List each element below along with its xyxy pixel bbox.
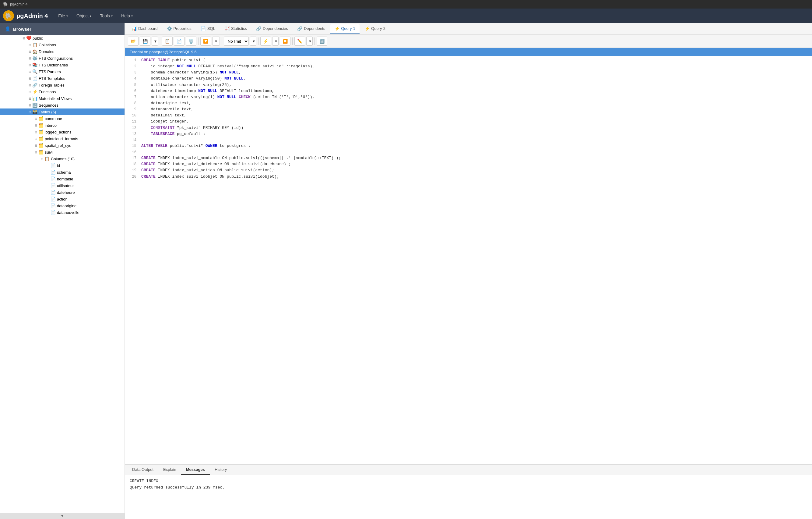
save-dropdown-btn[interactable]: ▾: [152, 36, 158, 46]
toggle-icon[interactable]: ⊞: [27, 70, 32, 74]
code-content-17[interactable]: CREATE INDEX index_suivi_nomtable ON pub…: [141, 155, 810, 161]
bottom-tab-messages[interactable]: Messages: [181, 465, 210, 475]
tab-properties[interactable]: ⚙️ Properties: [163, 24, 196, 33]
open-file-btn[interactable]: 📂: [128, 36, 139, 46]
code-content-7[interactable]: action character varying(1) NOT NULL CHE…: [141, 94, 810, 100]
download-btn[interactable]: ⬇️: [317, 36, 327, 46]
paste-btn[interactable]: 📄: [174, 36, 184, 46]
code-editor[interactable]: 1 CREATE TABLE public.suivi ( 2 id integ…: [125, 56, 812, 464]
code-content-10[interactable]: detailmaj text,: [141, 112, 810, 118]
tab-dashboard[interactable]: 📊 Dashboard: [127, 24, 162, 33]
code-content-15[interactable]: ALTER TABLE public."suivi" OWNER to post…: [141, 143, 810, 149]
toggle-icon[interactable]: ⊞: [21, 36, 26, 40]
filter-options-btn[interactable]: ▾: [212, 36, 220, 46]
tree-node-14[interactable]: ⊞ 🗂️ logged_actions: [0, 129, 124, 135]
tree-node-23[interactable]: 📄 dateheure: [0, 189, 124, 196]
code-content-2[interactable]: id integer NOT NULL DEFAULT nextval('"se…: [141, 63, 810, 70]
code-content-8[interactable]: dataorigine text,: [141, 100, 810, 106]
tab-dependents[interactable]: 🔗 Dependents: [293, 24, 329, 33]
code-content-12[interactable]: CONSTRAINT "pk_suivi" PRIMARY KEY (id)): [141, 125, 810, 131]
bottom-tab-history[interactable]: History: [210, 465, 232, 475]
limit-dropdown-btn[interactable]: ▾: [250, 36, 256, 46]
tree-node-17[interactable]: ⊟ 🗂️ suivi: [0, 149, 124, 156]
tree-node-10[interactable]: ⊞ 🔢 Sequences: [0, 102, 124, 109]
toggle-icon[interactable]: ⊞: [33, 137, 38, 140]
menu-object[interactable]: Object ▾: [72, 11, 96, 21]
toggle-icon[interactable]: ⊞: [27, 97, 32, 100]
tree-node-6[interactable]: ⊞ 📄 FTS Templates: [0, 75, 124, 82]
toggle-icon[interactable]: ⊞: [33, 144, 38, 147]
code-content-19[interactable]: CREATE INDEX index_suivi_action ON publi…: [141, 167, 810, 173]
toggle-icon[interactable]: ⊞: [27, 90, 32, 93]
toggle-icon[interactable]: ⊟: [39, 157, 45, 161]
tree-node-1[interactable]: ⊞ 📋 Collations: [0, 42, 124, 48]
code-content-4[interactable]: nomtable character varying(50) NOT NULL,: [141, 76, 810, 82]
bottom-tab-explain[interactable]: Explain: [158, 465, 181, 475]
tab-query-1[interactable]: ⚡ Query-1: [330, 24, 359, 33]
filter-btn[interactable]: 🔽: [200, 36, 211, 46]
tree-node-25[interactable]: 📄 dataorigine: [0, 202, 124, 209]
copy-btn[interactable]: 📋: [162, 36, 173, 46]
tree-node-16[interactable]: ⊞ 🗂️ spatial_ref_sys: [0, 142, 124, 149]
tree-node-13[interactable]: ⊞ 🗂️ interco: [0, 122, 124, 129]
toggle-icon[interactable]: ⊞: [27, 63, 32, 67]
edit-dropdown-btn[interactable]: ▾: [306, 36, 313, 46]
tree-node-24[interactable]: 📄 action: [0, 196, 124, 202]
code-content-3[interactable]: schema character varying(15) NOT NULL,: [141, 70, 810, 76]
toggle-icon[interactable]: ⊞: [27, 50, 32, 53]
code-line-19: 19 CREATE INDEX index_suivi_action ON pu…: [125, 167, 812, 173]
tree-node-12[interactable]: ⊞ 🗂️ commune: [0, 115, 124, 122]
tree-node-8[interactable]: ⊞ ⚡ Functions: [0, 88, 124, 95]
tree-node-19[interactable]: 📄 id: [0, 162, 124, 169]
code-content-20[interactable]: CREATE INDEX index_suivi_idobjet ON publ…: [141, 174, 810, 180]
toggle-icon[interactable]: ⊞: [27, 57, 32, 60]
code-content-5[interactable]: utilisateur character varying(25),: [141, 82, 810, 88]
tree-node-26[interactable]: 📄 datanouvelle: [0, 209, 124, 216]
toggle-icon[interactable]: ⊞: [27, 83, 32, 87]
tree-node-20[interactable]: 📄 schema: [0, 169, 124, 175]
limit-select[interactable]: No limit: [224, 36, 249, 46]
tree-node-5[interactable]: ⊞ 🔍 FTS Parsers: [0, 68, 124, 75]
code-content-1[interactable]: CREATE TABLE public.suivi (: [141, 57, 810, 63]
tree-node-15[interactable]: ⊞ 🗂️ pointcloud_formats: [0, 135, 124, 142]
tab-dependencies[interactable]: 🔗 Dependencies: [252, 24, 292, 33]
sidebar-scroll-down[interactable]: ▼: [0, 513, 124, 519]
stop-btn[interactable]: ⏹️: [280, 36, 290, 46]
tree-node-21[interactable]: 📄 nomtable: [0, 175, 124, 182]
toggle-icon[interactable]: ⊞: [33, 131, 38, 134]
edit-btn[interactable]: ✏️: [294, 36, 305, 46]
bottom-tab-data-output[interactable]: Data Output: [127, 465, 158, 475]
toggle-icon[interactable]: ⊞: [33, 124, 38, 127]
toggle-icon[interactable]: ⊟: [33, 151, 38, 154]
tree-node-18[interactable]: ⊟ 📋 Columns (10): [0, 156, 124, 162]
tree-node-0[interactable]: ⊞ ❤️ public: [0, 35, 124, 42]
delete-btn[interactable]: 🗑️: [186, 36, 196, 46]
toggle-icon[interactable]: ⊞: [33, 117, 38, 120]
tree-node-3[interactable]: ⊞ ⚙️ FTS Configurations: [0, 55, 124, 61]
tab-query-2[interactable]: ⚡ Query-2: [360, 24, 390, 33]
tree-node-2[interactable]: ⊞ 🏠 Domains: [0, 48, 124, 55]
code-content-9[interactable]: datanouvelle text,: [141, 106, 810, 112]
menu-tools[interactable]: Tools ▾: [96, 11, 117, 21]
menu-help[interactable]: Help ▾: [117, 11, 137, 21]
code-content-18[interactable]: CREATE INDEX index_suivi_dateheure ON pu…: [141, 161, 810, 167]
menu-file[interactable]: File ▾: [54, 11, 72, 21]
run-btn[interactable]: ⚡: [260, 36, 271, 46]
toggle-icon[interactable]: ⊞: [27, 77, 32, 80]
tree-node-9[interactable]: ⊞ 📊 Materialized Views: [0, 95, 124, 102]
run-dropdown-btn[interactable]: ▾: [272, 36, 279, 46]
code-content-6[interactable]: dateheure timestamp NOT NULL DEFAULT loc…: [141, 88, 810, 94]
tree-node-22[interactable]: 📄 utilisateur: [0, 182, 124, 189]
toggle-icon[interactable]: ⊟: [27, 110, 32, 114]
tab-statistics[interactable]: 📈 Statistics: [220, 24, 251, 33]
tree-node-11[interactable]: ⊟ 🗃️ Tables (6): [0, 109, 124, 115]
save-btn[interactable]: 💾: [140, 36, 150, 46]
toggle-icon[interactable]: ⊞: [27, 104, 32, 107]
tree-node-7[interactable]: ⊞ 🔗 Foreign Tables: [0, 82, 124, 88]
code-content-13[interactable]: TABLESPACE pg_default ;: [141, 131, 810, 137]
tree-node-4[interactable]: ⊞ 📚 FTS Dictionaries: [0, 61, 124, 68]
toggle-icon[interactable]: ⊞: [27, 43, 32, 47]
code-content-11[interactable]: idobjet integer,: [141, 118, 810, 125]
sidebar-content[interactable]: ⊞ ❤️ public ⊞ 📋 Collations ⊞ 🏠 Domains ⊞…: [0, 35, 124, 513]
tab-sql[interactable]: 📄 SQL: [196, 24, 220, 33]
